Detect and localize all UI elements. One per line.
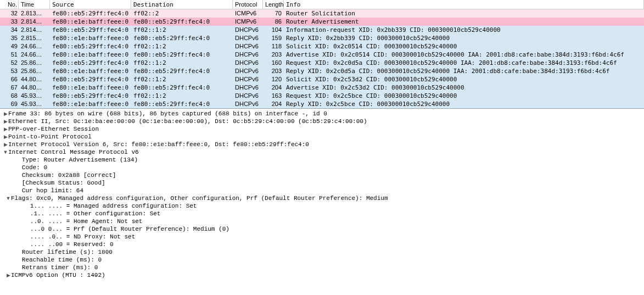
cell-proto: DHCPv6 [233, 34, 263, 42]
cell-proto: DHCPv6 [233, 100, 263, 108]
detail-text: Point-to-Point Protocol [8, 133, 92, 141]
cell-length: 160 [263, 59, 284, 67]
cell-info: Router Advertisement [284, 18, 644, 26]
cell-source: fe80::e1e:baff:feee:0 [50, 51, 131, 59]
detail-line[interactable]: ▶PPP-over-Ethernet Session [0, 125, 644, 133]
cell-dest: ff02::1:2 [131, 75, 233, 84]
cell-time: 2.814… [19, 26, 50, 34]
cell-info: Reply XID: 0x2bb339 CID: 000300010cb529c… [284, 34, 644, 42]
detail-line[interactable]: ▶Point-to-Point Protocol [0, 133, 644, 141]
detail-line[interactable]: ▶ICMPv6 Option (MTU : 1492) [0, 271, 644, 279]
cell-info: Solicit XID: 0x2c0514 CID: 000300010cb52… [284, 42, 644, 51]
cell-dest: fe80::eb5:29ff:fec4:0 [131, 84, 233, 92]
detail-line[interactable]: Reachable time (ms): 0 [0, 256, 644, 264]
detail-line[interactable]: ▼Flags: 0xc0, Managed address configurat… [0, 194, 644, 202]
packet-list-header[interactable]: No. Time Source Destination Protocol Len… [0, 0, 644, 9]
cell-proto: DHCPv6 [233, 51, 263, 59]
detail-line[interactable]: Type: Router Advertisement (134) [0, 156, 644, 164]
cell-no: 34 [0, 26, 19, 34]
cell-info: Router Solicitation [284, 9, 644, 18]
cell-dest: ff02::1:2 [131, 26, 233, 34]
detail-text: Flags: 0xc0, Managed address configurati… [11, 194, 388, 202]
cell-info: Advertise XID: 0x2c0514 CID: 000300010cb… [284, 51, 644, 59]
col-proto[interactable]: Protocol [233, 0, 263, 9]
cell-no: 33 [0, 18, 19, 26]
detail-line[interactable]: Router lifetime (s): 1800 [0, 248, 644, 256]
cell-length: 203 [263, 67, 284, 75]
detail-line[interactable]: .... ..00 = Reserved: 0 [0, 241, 644, 248]
detail-line[interactable]: ▼Internet Control Message Protocol v6 [0, 148, 644, 156]
packet-row[interactable]: 352.815…fe80::e1e:baff:feee:0fe80::eb5:2… [0, 34, 644, 42]
expand-icon-closed[interactable]: ▶ [5, 271, 11, 279]
cell-source: fe80::eb5:29ff:fec4:0 [50, 9, 131, 18]
cell-time: 2.814… [19, 18, 50, 26]
detail-line[interactable]: .... .0.. = ND Proxy: Not set [0, 233, 644, 241]
cell-dest: fe80::eb5:29ff:fec4:0 [131, 34, 233, 42]
packet-list-pane[interactable]: No. Time Source Destination Protocol Len… [0, 0, 644, 109]
cell-info: Information-request XID: 0x2bb339 CID: 0… [284, 26, 644, 34]
detail-text: ICMPv6 Option (MTU : 1492) [11, 271, 105, 279]
cell-dest: fe80::eb5:29ff:fec4:0 [131, 67, 233, 75]
cell-info: Request XID: 0x2c5bce CID: 000300010cb52… [284, 92, 644, 100]
col-source[interactable]: Source [50, 0, 131, 9]
cell-proto: DHCPv6 [233, 59, 263, 67]
expand-icon-closed[interactable]: ▶ [3, 141, 8, 148]
packet-row[interactable]: 5325.86…fe80::e1e:baff:feee:0fe80::eb5:2… [0, 67, 644, 75]
packet-row[interactable]: 332.814…fe80::e1e:baff:feee:0fe80::eb5:2… [0, 18, 644, 26]
cell-length: 204 [263, 100, 284, 108]
packet-row[interactable]: 6744.80…fe80::e1e:baff:feee:0fe80::eb5:2… [0, 84, 644, 92]
cell-time: 25.86… [19, 59, 50, 67]
cell-info: Reply XID: 0x2c0d5a CID: 000300010cb529c… [284, 67, 644, 75]
col-info[interactable]: Info [284, 0, 644, 9]
expand-icon-closed[interactable]: ▶ [3, 133, 8, 141]
detail-text: Frame 33: 86 bytes on wire (688 bits), 8… [8, 110, 327, 118]
cell-length: 120 [263, 75, 284, 84]
detail-line[interactable]: ▶Frame 33: 86 bytes on wire (688 bits), … [0, 110, 644, 118]
detail-text: Type: Router Advertisement (134) [11, 156, 138, 164]
packet-row[interactable]: 342.814…fe80::eb5:29ff:fec4:0ff02::1:2DH… [0, 26, 644, 34]
detail-text: Reachable time (ms): 0 [11, 256, 102, 264]
packet-row[interactable]: 6945.93…fe80::e1e:baff:feee:0fe80::eb5:2… [0, 100, 644, 108]
expand-icon-closed[interactable]: ▶ [3, 118, 8, 125]
cell-dest: ff02::1:2 [131, 92, 233, 100]
detail-text: Retrans timer (ms): 0 [11, 264, 98, 271]
cell-no: 68 [0, 92, 19, 100]
col-length[interactable]: Length [263, 0, 284, 9]
packet-details-pane[interactable]: ▶Frame 33: 86 bytes on wire (688 bits), … [0, 109, 644, 281]
expand-icon-closed[interactable]: ▶ [3, 125, 8, 133]
packet-row[interactable]: 6845.93…fe80::eb5:29ff:fec4:0ff02::1:2DH… [0, 92, 644, 100]
detail-line[interactable]: Code: 0 [0, 164, 644, 171]
detail-line[interactable]: ▶Ethernet II, Src: 0c:1e:ba:ee:00:00 (0c… [0, 118, 644, 125]
cell-no: 67 [0, 84, 19, 92]
cell-length: 163 [263, 92, 284, 100]
packet-row[interactable]: 5225.86…fe80::eb5:29ff:fec4:0ff02::1:2DH… [0, 59, 644, 67]
detail-line[interactable]: .1.. .... = Other configuration: Set [0, 210, 644, 218]
expand-icon-closed[interactable]: ▶ [3, 110, 8, 118]
col-no[interactable]: No. [0, 0, 19, 9]
cell-no: 35 [0, 34, 19, 42]
detail-line[interactable]: Retrans timer (ms): 0 [0, 264, 644, 271]
cell-length: 204 [263, 84, 284, 92]
detail-line[interactable]: ..0. .... = Home Agent: Not set [0, 218, 644, 225]
col-dest[interactable]: Destination [131, 0, 233, 9]
expand-icon-open[interactable]: ▼ [5, 194, 11, 202]
cell-source: fe80::e1e:baff:feee:0 [50, 100, 131, 108]
detail-line[interactable]: ▶Internet Protocol Version 6, Src: fe80:… [0, 141, 644, 148]
packet-row[interactable]: 322.813…fe80::eb5:29ff:fec4:0ff02::2ICMP… [0, 9, 644, 18]
expand-icon-open[interactable]: ▼ [3, 148, 8, 156]
packet-row[interactable]: 4924.66…fe80::eb5:29ff:fec4:0ff02::1:2DH… [0, 42, 644, 51]
col-time[interactable]: Time [19, 0, 50, 9]
detail-text: Code: 0 [11, 164, 47, 171]
cell-no: 69 [0, 100, 19, 108]
cell-source: fe80::e1e:baff:feee:0 [50, 84, 131, 92]
detail-line[interactable]: ...0 0... = Prf (Default Router Preferen… [0, 225, 644, 233]
detail-text: PPP-over-Ethernet Session [8, 125, 99, 133]
detail-line[interactable]: Checksum: 0x2a88 [correct] [0, 171, 644, 179]
detail-line[interactable]: Cur hop limit: 64 [0, 187, 644, 194]
detail-line[interactable]: 1... .... = Managed address configuratio… [0, 202, 644, 210]
detail-line[interactable]: [Checksum Status: Good] [0, 179, 644, 187]
packet-row[interactable]: 5124.66…fe80::e1e:baff:feee:0fe80::eb5:2… [0, 51, 644, 59]
detail-text: ...0 0... = Prf (Default Router Preferen… [19, 225, 229, 233]
packet-row[interactable]: 6644.80…fe80::eb5:29ff:fec4:0ff02::1:2DH… [0, 75, 644, 84]
cell-no: 66 [0, 75, 19, 84]
